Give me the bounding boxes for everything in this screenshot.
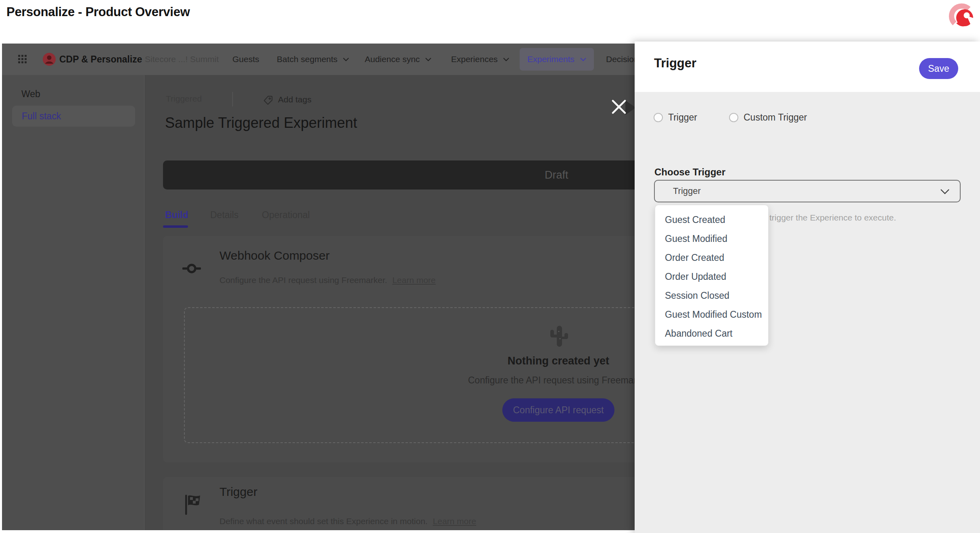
tab-details[interactable]: Details bbox=[210, 210, 238, 221]
trigger-card-subtitle: Define what event should set this Experi… bbox=[219, 516, 476, 526]
screen: Personalize - Product Overview CDP & Per… bbox=[0, 0, 980, 533]
org-avatar[interactable] bbox=[43, 44, 56, 75]
nav-item-audience-sync[interactable]: Audience sync bbox=[365, 44, 431, 75]
trigger-card: Trigger Define what event should set thi… bbox=[163, 477, 635, 530]
chevron-down-icon bbox=[580, 58, 586, 61]
option-session-closed[interactable]: Session Closed bbox=[655, 286, 768, 305]
trigger-drawer: Trigger Save Trigger Custom Trigger Choo… bbox=[635, 42, 980, 533]
radio-trigger-label[interactable]: Trigger bbox=[668, 112, 697, 123]
product-name: CDP & Personalize bbox=[59, 44, 142, 75]
nav-item-experiences[interactable]: Experiences bbox=[451, 44, 509, 75]
webhook-icon bbox=[182, 259, 201, 278]
configure-api-request-button[interactable]: Configure API request bbox=[502, 398, 614, 422]
chevron-down-icon bbox=[425, 58, 431, 61]
app-screenshot-dimmed: CDP & Personalize Sitecore ...! Summit G… bbox=[2, 44, 635, 530]
sidebar: Web Full stack bbox=[2, 75, 144, 530]
app-switcher-grid-icon[interactable] bbox=[18, 44, 27, 75]
trigger-type-radio-group: Trigger Custom Trigger bbox=[654, 112, 807, 123]
empty-state-dropzone: Nothing created yet Configure the API re… bbox=[184, 307, 635, 443]
webhook-card-title: Webhook Composer bbox=[219, 249, 330, 262]
nav-item-batch-segments[interactable]: Batch segments bbox=[277, 44, 349, 75]
empty-state-title: Nothing created yet bbox=[508, 355, 609, 367]
select-helper-text: trigger the Experience to execute. bbox=[769, 213, 896, 223]
learn-more-link[interactable]: Learn more bbox=[433, 516, 476, 526]
radio-trigger[interactable] bbox=[654, 113, 663, 122]
experiment-title: Sample Triggered Experiment bbox=[165, 115, 357, 131]
status-badge: Draft bbox=[545, 160, 568, 189]
tag-icon bbox=[263, 95, 273, 106]
empty-state-subtitle: Configure the API request using Freemark bbox=[468, 375, 635, 386]
radio-custom-trigger[interactable] bbox=[729, 113, 738, 122]
choose-trigger-label: Choose Trigger bbox=[654, 167, 725, 178]
active-tab-underline bbox=[163, 225, 188, 228]
save-button[interactable]: Save bbox=[919, 58, 958, 79]
sitecore-personalize-logo-icon bbox=[947, 1, 977, 29]
trigger-card-title: Trigger bbox=[219, 485, 257, 499]
nav-item-experiments-active[interactable]: Experiments bbox=[520, 48, 594, 71]
app-navbar: CDP & Personalize Sitecore ...! Summit G… bbox=[2, 44, 635, 75]
sidebar-item-web[interactable]: Web bbox=[21, 89, 40, 100]
tenant-name: Sitecore ...! Summit bbox=[145, 44, 219, 75]
add-tags-button[interactable]: Add tags bbox=[278, 95, 311, 104]
webhook-card-subtitle: Configure the API request using Freemark… bbox=[219, 275, 436, 285]
chevron-down-icon bbox=[343, 58, 349, 61]
drawer-header: Trigger Save bbox=[635, 42, 980, 92]
nav-item-decisioning-clipped[interactable]: Decisioni bbox=[606, 44, 635, 75]
main-content: Triggered Add tags Sample Triggered Expe… bbox=[145, 75, 635, 530]
trigger-select[interactable]: Trigger bbox=[654, 180, 961, 202]
webhook-composer-card: Webhook Composer Configure the API reque… bbox=[163, 236, 635, 462]
option-order-created[interactable]: Order Created bbox=[655, 248, 768, 267]
option-guest-modified-custom[interactable]: Guest Modified Custom bbox=[655, 305, 768, 324]
checkered-flag-icon bbox=[184, 494, 201, 516]
radio-custom-trigger-label[interactable]: Custom Trigger bbox=[744, 112, 807, 123]
option-guest-created[interactable]: Guest Created bbox=[655, 210, 768, 229]
drawer-title: Trigger bbox=[654, 56, 696, 71]
sidebar-item-full-stack[interactable]: Full stack bbox=[12, 106, 135, 127]
trigger-select-value: Trigger bbox=[673, 181, 701, 202]
option-order-updated[interactable]: Order Updated bbox=[655, 267, 768, 286]
experiment-type-label: Triggered bbox=[166, 94, 202, 104]
trigger-options-dropdown: Guest Created Guest Modified Order Creat… bbox=[655, 205, 769, 346]
option-abandoned-cart[interactable]: Abandoned Cart bbox=[655, 324, 768, 343]
page-title: Personalize - Product Overview bbox=[6, 5, 190, 19]
status-bar: Draft bbox=[163, 160, 635, 189]
close-icon[interactable] bbox=[611, 99, 627, 115]
cactus-icon bbox=[548, 324, 570, 349]
chevron-down-icon bbox=[940, 189, 949, 194]
chevron-down-icon bbox=[503, 58, 509, 61]
option-guest-modified[interactable]: Guest Modified bbox=[655, 229, 768, 248]
learn-more-link[interactable]: Learn more bbox=[392, 275, 435, 285]
tab-operational[interactable]: Operational bbox=[262, 210, 310, 221]
tab-build[interactable]: Build bbox=[165, 210, 188, 221]
nav-item-guests[interactable]: Guests bbox=[232, 44, 259, 75]
divider bbox=[232, 92, 233, 106]
